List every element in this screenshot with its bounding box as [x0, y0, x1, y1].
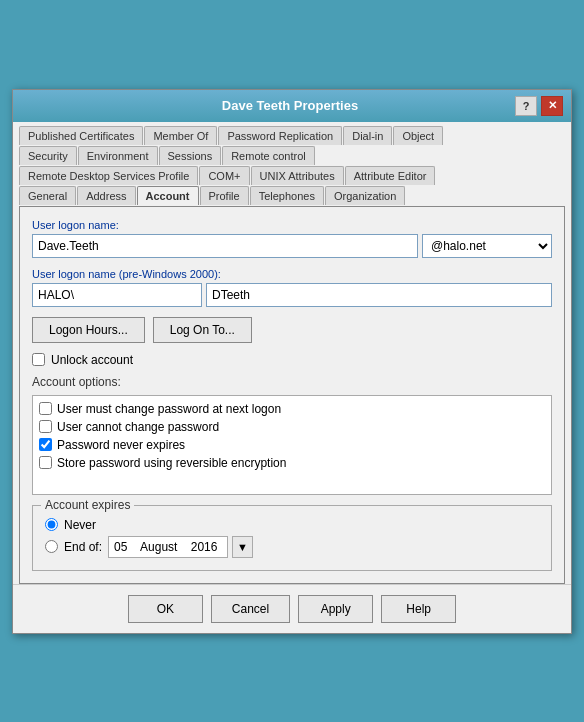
- option-label-3[interactable]: Store password using reversible encrypti…: [57, 456, 286, 470]
- tab-row-4: General Address Account Profile Telephon…: [19, 186, 565, 205]
- option-checkbox-2[interactable]: [39, 438, 52, 451]
- option-item-3: Store password using reversible encrypti…: [37, 454, 547, 472]
- logon-name-group: User logon name: @halo.net: [32, 219, 552, 258]
- option-item-2: Password never expires: [37, 436, 547, 454]
- unlock-account-checkbox[interactable]: [32, 353, 45, 366]
- logon-to-button[interactable]: Log On To...: [153, 317, 252, 343]
- tab-remote-control[interactable]: Remote control: [222, 146, 315, 165]
- title-bar-buttons: ? ✕: [515, 96, 563, 116]
- action-buttons-row: Logon Hours... Log On To...: [32, 317, 552, 343]
- domain-select[interactable]: @halo.net: [422, 234, 552, 258]
- date-input[interactable]: [108, 536, 228, 558]
- option-label-2[interactable]: Password never expires: [57, 438, 185, 452]
- option-checkbox-0[interactable]: [39, 402, 52, 415]
- tab-attribute-editor[interactable]: Attribute Editor: [345, 166, 436, 185]
- tab-profile[interactable]: Profile: [200, 186, 249, 205]
- content-area: User logon name: @halo.net User logon na…: [19, 206, 565, 584]
- never-radio[interactable]: [45, 518, 58, 531]
- tab-address[interactable]: Address: [77, 186, 135, 205]
- pre2000-group: User logon name (pre-Windows 2000):: [32, 268, 552, 307]
- dialog-title: Dave Teeth Properties: [65, 98, 515, 113]
- ok-button[interactable]: OK: [128, 595, 203, 623]
- apply-button[interactable]: Apply: [298, 595, 373, 623]
- tab-environment[interactable]: Environment: [78, 146, 158, 165]
- end-of-radio[interactable]: [45, 540, 58, 553]
- date-row: ▼: [108, 536, 253, 558]
- tab-rdp[interactable]: Remote Desktop Services Profile: [19, 166, 198, 185]
- tab-dial-in[interactable]: Dial-in: [343, 126, 392, 145]
- pre2000-domain-input[interactable]: [32, 283, 202, 307]
- account-options-label: Account options:: [32, 375, 552, 389]
- never-label[interactable]: Never: [64, 518, 96, 532]
- cancel-button[interactable]: Cancel: [211, 595, 290, 623]
- options-box-container: User must change password at next logon …: [32, 395, 552, 495]
- option-checkbox-1[interactable]: [39, 420, 52, 433]
- logon-hours-button[interactable]: Logon Hours...: [32, 317, 145, 343]
- unlock-account-label[interactable]: Unlock account: [51, 353, 133, 367]
- pre2000-row: [32, 283, 552, 307]
- unlock-account-area: Unlock account: [32, 353, 552, 367]
- tabs-container: Published Certificates Member Of Passwor…: [13, 122, 571, 205]
- option-item-0: User must change password at next logon: [37, 400, 547, 418]
- expires-legend: Account expires: [41, 498, 134, 512]
- tab-com[interactable]: COM+: [199, 166, 249, 185]
- logon-name-input[interactable]: [32, 234, 418, 258]
- tab-unix[interactable]: UNIX Attributes: [251, 166, 344, 185]
- tab-account[interactable]: Account: [137, 186, 199, 205]
- calendar-button[interactable]: ▼: [232, 536, 253, 558]
- end-of-radio-row: End of: ▼: [45, 536, 539, 558]
- tab-member-of[interactable]: Member Of: [144, 126, 217, 145]
- tab-row-3: Remote Desktop Services Profile COM+ UNI…: [19, 166, 565, 185]
- pre2000-username-input[interactable]: [206, 283, 552, 307]
- tab-published-certificates[interactable]: Published Certificates: [19, 126, 143, 145]
- options-box[interactable]: User must change password at next logon …: [32, 395, 552, 495]
- tab-telephones[interactable]: Telephones: [250, 186, 324, 205]
- account-options-group: Account options: User must change passwo…: [32, 375, 552, 495]
- close-button[interactable]: ✕: [541, 96, 563, 116]
- tab-security[interactable]: Security: [19, 146, 77, 165]
- tab-organization[interactable]: Organization: [325, 186, 405, 205]
- option-label-0[interactable]: User must change password at next logon: [57, 402, 281, 416]
- option-label-1[interactable]: User cannot change password: [57, 420, 219, 434]
- end-of-label[interactable]: End of:: [64, 540, 102, 554]
- help-button[interactable]: ?: [515, 96, 537, 116]
- tab-sessions[interactable]: Sessions: [159, 146, 222, 165]
- tab-password-replication[interactable]: Password Replication: [218, 126, 342, 145]
- dialog-window: Dave Teeth Properties ? ✕ Published Cert…: [12, 89, 572, 634]
- account-expires-group: Account expires Never End of: ▼: [32, 505, 552, 571]
- footer-buttons: OK Cancel Apply Help: [13, 584, 571, 633]
- title-bar: Dave Teeth Properties ? ✕: [13, 90, 571, 122]
- pre2000-label: User logon name (pre-Windows 2000):: [32, 268, 552, 280]
- tab-object[interactable]: Object: [393, 126, 443, 145]
- tab-general[interactable]: General: [19, 186, 76, 205]
- help-footer-button[interactable]: Help: [381, 595, 456, 623]
- option-item-1: User cannot change password: [37, 418, 547, 436]
- tab-row-2: Security Environment Sessions Remote con…: [19, 146, 565, 165]
- tab-row-1: Published Certificates Member Of Passwor…: [19, 126, 565, 145]
- logon-name-label: User logon name:: [32, 219, 552, 231]
- never-radio-row: Never: [45, 518, 539, 532]
- option-checkbox-3[interactable]: [39, 456, 52, 469]
- logon-name-row: @halo.net: [32, 234, 552, 258]
